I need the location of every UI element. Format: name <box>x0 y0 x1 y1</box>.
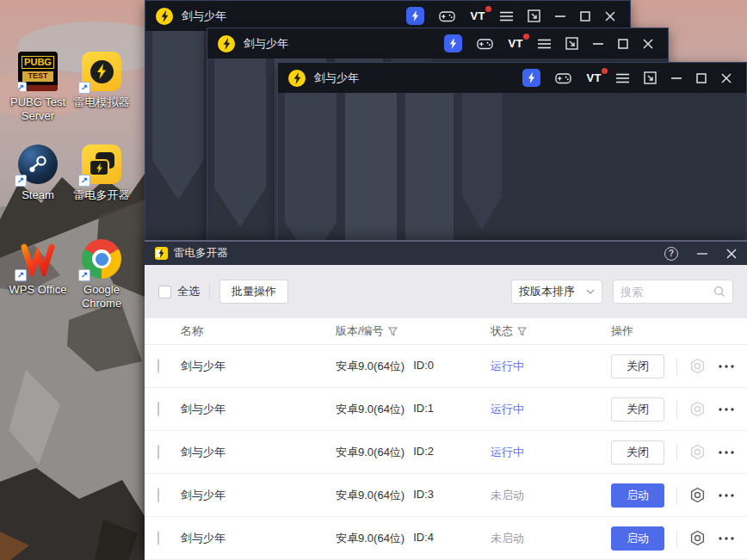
instance-version: 安卓9.0(64位)ID:3 <box>336 488 491 503</box>
emulator-titlebar[interactable]: 剑与少年 VT <box>278 63 746 93</box>
emulator-titlebar[interactable]: 剑与少年 VT <box>145 1 630 31</box>
close-button[interactable] <box>726 249 737 259</box>
close-button[interactable] <box>721 73 732 83</box>
status-badge: 未启动 <box>491 488 611 503</box>
minimize-button[interactable] <box>555 15 565 17</box>
filter-icon[interactable] <box>388 327 398 336</box>
settings-gear-icon[interactable] <box>689 401 706 417</box>
notification-dot <box>485 6 491 12</box>
desktop-icon-wps-office[interactable]: ↗ WPS Office <box>5 239 71 297</box>
vt-virtualization-indicator[interactable]: VT <box>508 37 523 50</box>
instance-row: 剑与少年 安卓9.0(64位)ID:1 运行中 关闭 <box>145 388 747 431</box>
start-instance-button[interactable]: 启动 <box>611 526 664 551</box>
start-instance-button[interactable]: 启动 <box>611 483 664 508</box>
more-options-icon[interactable] <box>718 451 735 454</box>
help-icon[interactable]: ? <box>664 247 678 261</box>
instance-name: 剑与少年 <box>181 359 336 374</box>
ld-multi-opener-app-icon <box>155 247 168 260</box>
more-options-icon[interactable] <box>718 494 735 497</box>
instance-version: 安卓9.0(64位)ID:4 <box>336 531 491 546</box>
desktop-icon-pubg-test-server[interactable]: PUBG TEST ↗ PUBG Test Server <box>5 52 71 124</box>
stacked-windows-icon <box>89 152 114 176</box>
chrome-center <box>96 253 108 266</box>
mini-mode-icon[interactable] <box>565 37 578 50</box>
close-instance-button[interactable]: 关闭 <box>611 440 664 465</box>
boost-icon[interactable] <box>444 34 462 52</box>
minimize-button[interactable] <box>671 77 682 79</box>
more-options-icon[interactable] <box>718 365 735 368</box>
settings-gear-icon[interactable] <box>689 530 706 546</box>
steam-logo-icon <box>27 153 49 175</box>
status-badge: 未启动 <box>491 531 611 546</box>
search-icon <box>713 286 725 298</box>
status-badge: 运行中 <box>491 402 611 417</box>
settings-gear-icon[interactable] <box>689 487 706 503</box>
close-button[interactable] <box>605 11 615 22</box>
ldplayer-logo-icon <box>288 70 306 87</box>
more-options-icon[interactable] <box>718 408 735 411</box>
instance-name: 剑与少年 <box>181 445 336 460</box>
instance-id: ID:2 <box>413 445 434 460</box>
manager-titlebar[interactable]: 雷电多开器 ? <box>145 242 747 265</box>
notification-dot <box>523 34 529 40</box>
vt-virtualization-indicator[interactable]: VT <box>470 9 485 22</box>
desktop-icon-google-chrome[interactable]: ↗ Google Chrome <box>69 239 134 311</box>
column-header-status[interactable]: 状态 <box>491 323 611 339</box>
boost-icon[interactable] <box>522 69 540 87</box>
emulator-window-title: 剑与少年 <box>244 36 288 52</box>
maximize-button[interactable] <box>618 39 628 49</box>
pubg-test-text: TEST <box>22 71 52 82</box>
instance-id: ID:4 <box>413 531 434 546</box>
sort-dropdown[interactable]: 按版本排序 <box>511 280 602 304</box>
select-all-label: 全选 <box>177 284 200 299</box>
gamepad-icon[interactable] <box>439 10 455 22</box>
manager-toolbar: 全选 批量操作 按版本排序 <box>145 265 747 318</box>
more-options-icon[interactable] <box>718 537 735 540</box>
filter-icon[interactable] <box>517 327 527 336</box>
close-instance-button[interactable]: 关闭 <box>611 397 664 422</box>
minimize-button[interactable] <box>593 43 603 45</box>
desktop-icon-ld-multi-opener[interactable]: ↗ 雷电多开器 <box>69 145 134 202</box>
row-checkbox[interactable] <box>157 445 159 459</box>
vt-virtualization-indicator[interactable]: VT <box>586 71 602 84</box>
emulator-window-title: 剑与少年 <box>314 71 359 86</box>
toolbar-right: 按版本排序 <box>511 280 733 304</box>
close-instance-button[interactable]: 关闭 <box>611 354 664 378</box>
mini-mode-icon[interactable] <box>644 71 657 84</box>
row-checkbox[interactable] <box>157 531 159 545</box>
instance-id: ID:3 <box>413 488 434 503</box>
menu-icon[interactable] <box>538 39 551 49</box>
row-checkbox[interactable] <box>157 359 159 373</box>
maximize-button[interactable] <box>696 73 707 83</box>
row-checkbox[interactable] <box>157 488 159 502</box>
mini-mode-icon[interactable] <box>528 9 540 22</box>
desktop-icon-ldplayer[interactable]: ↗ 雷电模拟器 <box>69 52 134 109</box>
instance-id: ID:0 <box>413 359 434 374</box>
select-all-checkbox[interactable] <box>158 286 171 298</box>
instance-name: 剑与少年 <box>181 531 336 546</box>
search-input[interactable] <box>620 286 710 298</box>
emulator-titlebar[interactable]: 剑与少年 VT <box>207 28 668 58</box>
pubg-icon: PUBG TEST ↗ <box>18 52 58 91</box>
actions-divider <box>676 444 677 461</box>
manager-window-title: 雷电多开器 <box>174 246 228 261</box>
shortcut-arrow-icon: ↗ <box>15 175 27 187</box>
column-header-name[interactable]: 名称 <box>181 323 336 339</box>
desktop-icon-steam[interactable]: ↗ Steam <box>5 145 71 202</box>
row-checkbox[interactable] <box>157 402 159 416</box>
settings-gear-icon[interactable] <box>689 358 706 374</box>
instance-version: 安卓9.0(64位)ID:1 <box>336 402 491 417</box>
chrome-icon: ↗ <box>82 239 121 279</box>
menu-icon[interactable] <box>500 11 513 22</box>
minimize-button[interactable] <box>697 253 707 255</box>
gamepad-icon[interactable] <box>477 38 493 50</box>
gamepad-icon[interactable] <box>555 72 571 84</box>
shortcut-arrow-icon: ↗ <box>15 269 27 281</box>
batch-operations-button[interactable]: 批量操作 <box>219 280 288 304</box>
maximize-button[interactable] <box>580 11 590 22</box>
menu-icon[interactable] <box>616 73 629 83</box>
boost-icon[interactable] <box>406 7 424 25</box>
close-button[interactable] <box>643 39 653 49</box>
settings-gear-icon[interactable] <box>689 444 706 460</box>
column-header-version[interactable]: 版本/编号 <box>336 323 491 339</box>
